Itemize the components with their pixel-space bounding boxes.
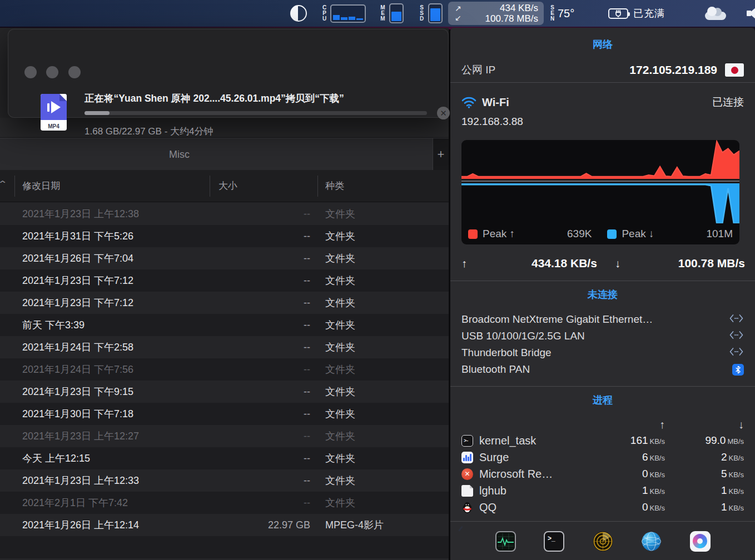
file-row[interactable]: 2021年1月30日 下午7:18--文件夹 [0,403,449,425]
file-row[interactable]: 2021年1月23日 下午7:12--文件夹 [0,292,449,314]
file-row[interactable]: 2021年1月24日 下午7:56--文件夹 [0,358,449,381]
menu-sensor-item[interactable]: SEN 75° [549,0,574,27]
file-kind: 文件夹 [317,452,449,465]
file-row[interactable]: 2021年1月31日 下午5:26--文件夹 [0,225,449,247]
divider [450,386,755,387]
cpu-usage-bar [356,18,363,20]
file-row[interactable]: 2021年1月26日 上午12:1422.97 GBMPEG-4影片 [0,514,449,536]
graph-legend: Peak ↑ 639K Peak ↓ 101M [461,223,739,244]
file-row[interactable]: 2021年1月26日 下午7:04--文件夹 [0,247,449,269]
cpu-label: CPU [321,5,327,22]
file-row[interactable]: 2021年1月23日 下午9:15--文件夹 [0,381,449,403]
menu-ssd-item[interactable]: SSD [419,0,443,27]
process-row[interactable]: lghub1KB/s1KB/s [461,482,744,499]
process-row[interactable]: >-kernel_task161KB/s99.0MB/s [461,432,744,449]
volume-icon-partial[interactable] [747,7,755,19]
column-header-kind[interactable]: 种类 [317,179,449,192]
column-header-date-modified[interactable]: 修改日期 [0,179,210,192]
menu-cpu-item[interactable]: CPU [321,0,366,27]
file-date-modified: 2021年1月23日 下午7:12 [0,274,210,287]
process-upload: 1KB/s [599,484,665,497]
process-upload: 161KB/s [599,434,665,447]
file-size: -- [210,475,317,487]
column-divider[interactable] [317,176,318,197]
minimize-traffic-light[interactable] [46,66,58,78]
peak-down-value: 101M [706,228,733,240]
process-download: 1KB/s [665,501,744,513]
cpu-usage-bar [349,17,355,20]
file-date-modified: 2021年1月30日 下午7:18 [0,407,210,421]
column-divider[interactable] [14,176,15,197]
menu-battery-item[interactable]: 已充满 [608,0,665,27]
file-size: -- [210,275,317,287]
activity-monitor-icon[interactable] [495,531,516,552]
file-row[interactable]: 2021年1月23日 下午7:12--文件夹 [0,269,449,292]
globe-network-icon[interactable] [641,531,662,552]
file-size: -- [210,386,317,398]
interface-row[interactable]: Broadcom NetXtreme Gigabit Ethernet… [461,311,744,328]
file-size: -- [210,408,317,420]
file-row[interactable]: 2021年1月23日 上午12:27--文件夹 [0,425,449,447]
file-size: -- [210,253,317,264]
battery-icon [608,8,628,19]
mp4-file-icon: MP4 [41,94,67,131]
file-date-modified: 前天 下午3:39 [0,318,210,332]
menu-network-item-active[interactable]: ↗↙ 434 KB/s 100.78 MB/s [448,2,544,25]
istat-menus-icon[interactable] [690,531,711,552]
surge-icon [461,452,473,463]
cancel-copy-button[interactable]: ✕ [437,107,450,119]
japan-flag-icon [725,63,744,77]
file-kind: 文件夹 [317,496,449,509]
file-date-modified: 2021年1月23日 上午12:33 [0,474,210,487]
process-table-header: ↑ ↓ [461,417,744,432]
tab-misc[interactable]: Misc [0,138,359,171]
zoom-traffic-light[interactable] [68,66,81,78]
file-date-modified: 2021年2月1日 下午7:42 [0,496,210,509]
process-row[interactable]: Surge6KB/s2KB/s [461,449,744,466]
file-row[interactable]: 2021年2月1日 下午7:42--文件夹 [0,492,449,514]
process-row[interactable]: ✕Microsoft Re…0KB/s5KB/s [461,466,744,482]
public-ip-value: 172.105.219.189 [629,63,717,77]
interface-row[interactable]: USB 10/100/1G/2.5G LAN [461,328,744,344]
interface-row[interactable]: Thunderbolt Bridge [461,344,744,361]
file-size: -- [210,453,317,464]
menu-onedrive-item[interactable] [704,0,726,27]
file-row[interactable]: 2021年1月23日 上午12:33--文件夹 [0,469,449,492]
file-size: -- [210,342,317,353]
bluetooth-icon [732,364,744,376]
process-list: >-kernel_task161KB/s99.0MB/sSurge6KB/s2K… [461,432,744,516]
file-kind: 文件夹 [317,407,449,421]
cpu-usage-bar [333,15,340,20]
mem-meter [389,3,404,23]
close-traffic-light[interactable] [24,66,37,78]
new-tab-button[interactable]: + [433,138,449,171]
file-row[interactable]: 今天 上午12:15--文件夹 [0,447,449,469]
menu-mem-item[interactable]: MEM [380,0,404,27]
file-date-modified: 2021年1月31日 下午5:26 [0,229,210,243]
file-size: -- [210,231,317,242]
radar-icon[interactable] [593,531,613,552]
terminal-icon[interactable]: >_ [544,531,564,552]
column-divider[interactable] [210,176,210,197]
wifi-row[interactable]: Wi-Fi 已连接 [461,93,744,111]
menu-contrast-item[interactable] [290,0,307,27]
process-name: lghub [479,484,599,497]
menubar-upload-speed: 434 KB/s [500,3,538,13]
file-date-modified: 2021年1月26日 下午7:04 [0,252,210,265]
process-row[interactable]: QQ0KB/s1KB/s [461,499,744,516]
column-header-size[interactable]: 大小 [210,179,317,192]
ssd-meter [428,3,443,23]
file-date-modified: 2021年1月24日 下午2:58 [0,341,210,354]
file-row[interactable]: 2021年1月24日 下午2:58--文件夹 [0,336,449,358]
menu-bar: CPU MEM SSD ↗↙ 434 KB/s 100.78 MB/s SEN … [0,0,755,27]
file-size: -- [210,497,317,509]
copy-progress-bar [85,111,427,115]
file-row[interactable]: 2021年1月23日 上午12:38--文件夹 [0,203,449,225]
finder-toolbar [0,118,449,138]
interface-row[interactable]: Bluetooth PAN [461,361,744,378]
panel-app-shortcuts: >_ [450,522,755,560]
kernel-task-icon: >- [461,435,473,447]
process-upload: 0KB/s [599,501,665,513]
file-row[interactable]: 前天 下午3:39--文件夹 [0,314,449,336]
sort-direction-icon[interactable]: ⌃ [0,179,8,189]
